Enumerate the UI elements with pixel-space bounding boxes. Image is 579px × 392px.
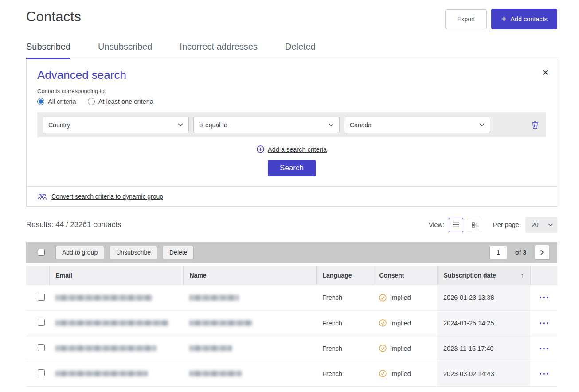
contacts-data-table: Email Name Language Consent Subscription… — [26, 266, 557, 387]
per-page-select[interactable]: 20 — [525, 217, 557, 233]
column-name[interactable]: Name — [183, 266, 316, 285]
header-actions: Export + Add contacts — [445, 9, 557, 29]
add-criteria-link[interactable]: Add a search criteria — [268, 146, 327, 153]
sort-ascending-icon[interactable]: ↑ — [521, 272, 524, 279]
page-header: Contacts Export + Add contacts — [26, 0, 557, 29]
radio-at-least-one-input[interactable] — [88, 98, 95, 105]
radio-at-least-one[interactable]: At least one criteria — [88, 98, 153, 105]
results-row: Results: 44 / 23261 contacts View: Per p… — [26, 217, 557, 233]
chevron-down-icon — [329, 123, 334, 127]
results-count: Results: 44 / 23261 contacts — [26, 220, 121, 229]
radio-all-criteria[interactable]: All criteria — [37, 98, 76, 105]
unsubscribe-button[interactable]: Unsubscribe — [110, 246, 157, 259]
per-page-label: Per page: — [493, 221, 521, 228]
card-view-button[interactable] — [468, 218, 482, 232]
table-header-row: Email Name Language Consent Subscription… — [26, 266, 557, 285]
delete-criteria-button[interactable] — [529, 119, 541, 131]
header-checkbox-cell — [26, 266, 49, 285]
search-button[interactable]: Search — [268, 160, 316, 176]
subscription-date-cell: 2026-01-23 13:38 — [437, 285, 530, 310]
per-page-value: 20 — [532, 221, 539, 228]
page-count-label: of 3 — [515, 249, 526, 256]
criteria-field-value: Country — [48, 122, 70, 129]
chevron-down-icon — [479, 123, 485, 127]
row-checkbox[interactable] — [38, 369, 45, 376]
consent-cell: Implied — [379, 370, 431, 377]
criteria-operator-select[interactable]: is equal to — [193, 117, 340, 133]
panel-footer: Convert search criteria to dynamic group — [27, 186, 557, 206]
criteria-field-select[interactable]: Country — [43, 117, 189, 133]
table-row: French Implied 2026-01-23 13:38 — [26, 285, 557, 310]
row-actions-button[interactable] — [536, 319, 552, 327]
tab-subscribed[interactable]: Subscribed — [26, 42, 70, 59]
radio-all-criteria-input[interactable] — [37, 98, 44, 105]
table-row: French Implied 2023-11-15 17:40 — [26, 336, 557, 361]
row-checkbox[interactable] — [38, 319, 45, 326]
tab-unsubscribed[interactable]: Unsubscribed — [98, 42, 152, 59]
list-view-button[interactable] — [449, 218, 463, 232]
subscription-date-cell: 2024-01-25 14:25 — [437, 310, 530, 336]
view-label: View: — [429, 221, 444, 228]
row-actions-button[interactable] — [536, 370, 552, 378]
consent-check-icon — [379, 319, 387, 327]
column-email[interactable]: Email — [49, 266, 183, 285]
add-to-group-button[interactable]: Add to group — [55, 246, 104, 259]
delete-button[interactable]: Delete — [163, 246, 194, 259]
subscription-date-cell: 2023-11-15 17:40 — [437, 336, 530, 361]
redacted-email — [55, 371, 148, 376]
chevron-down-icon — [178, 123, 183, 127]
row-checkbox[interactable] — [38, 294, 45, 301]
group-icon — [37, 193, 47, 200]
page-title: Contacts — [26, 9, 81, 25]
criteria-value-value: Canada — [350, 122, 372, 129]
tab-incorrect-addresses[interactable]: Incorrect addresses — [180, 42, 258, 59]
add-contacts-label: Add contacts — [510, 16, 548, 23]
convert-to-dynamic-group-link[interactable]: Convert search criteria to dynamic group — [51, 193, 163, 200]
plus-icon: + — [501, 15, 506, 24]
ellipsis-icon — [539, 322, 549, 325]
row-checkbox[interactable] — [38, 344, 45, 351]
ellipsis-icon — [539, 296, 549, 299]
column-subscription-date[interactable]: Subscription date ↑ — [437, 266, 530, 285]
select-all-checkbox[interactable] — [38, 249, 45, 256]
column-consent[interactable]: Consent — [373, 266, 437, 285]
redacted-name — [189, 371, 242, 376]
page-number-input[interactable] — [489, 246, 507, 259]
criteria-operator-value: is equal to — [199, 122, 227, 129]
consent-cell: Implied — [379, 319, 431, 327]
chevron-right-icon — [540, 250, 544, 255]
ellipsis-icon — [539, 372, 549, 375]
column-language[interactable]: Language — [316, 266, 373, 285]
next-page-button[interactable] — [535, 245, 549, 259]
header-actions-cell — [530, 266, 557, 285]
advanced-search-panel: × Advanced search Contacts corresponding… — [26, 59, 557, 207]
consent-check-icon — [379, 345, 387, 352]
close-icon[interactable]: × — [542, 67, 549, 78]
redacted-email — [55, 345, 156, 351]
row-actions-button[interactable] — [536, 294, 552, 302]
plus-circle-icon — [257, 145, 264, 153]
criteria-value-select[interactable]: Canada — [344, 117, 490, 133]
ellipsis-icon — [539, 347, 549, 350]
redacted-name — [189, 345, 232, 351]
add-contacts-button[interactable]: + Add contacts — [491, 9, 557, 29]
consent-cell: Implied — [379, 345, 431, 352]
contacts-table: Add to group Unsubscribe Delete of 3 Ema… — [26, 242, 557, 387]
corresponding-label: Contacts corresponding to: — [37, 88, 546, 94]
language-cell: French — [316, 285, 373, 310]
advanced-search-title: Advanced search — [37, 68, 546, 82]
subscription-date-cell: 2023-03-02 14:43 — [437, 361, 530, 386]
row-actions-button[interactable] — [536, 345, 552, 353]
redacted-name — [189, 295, 239, 301]
language-cell: French — [316, 361, 373, 386]
language-cell: French — [316, 336, 373, 361]
export-button[interactable]: Export — [445, 9, 487, 29]
consent-check-icon — [379, 294, 387, 302]
trash-icon — [531, 121, 539, 129]
radio-all-criteria-label: All criteria — [48, 98, 76, 105]
consent-check-icon — [379, 370, 387, 377]
criteria-row: Country is equal to Canada — [37, 112, 546, 137]
tab-deleted[interactable]: Deleted — [285, 42, 316, 59]
chevron-down-icon — [548, 223, 553, 227]
table-toolbar: Add to group Unsubscribe Delete of 3 — [26, 242, 557, 263]
